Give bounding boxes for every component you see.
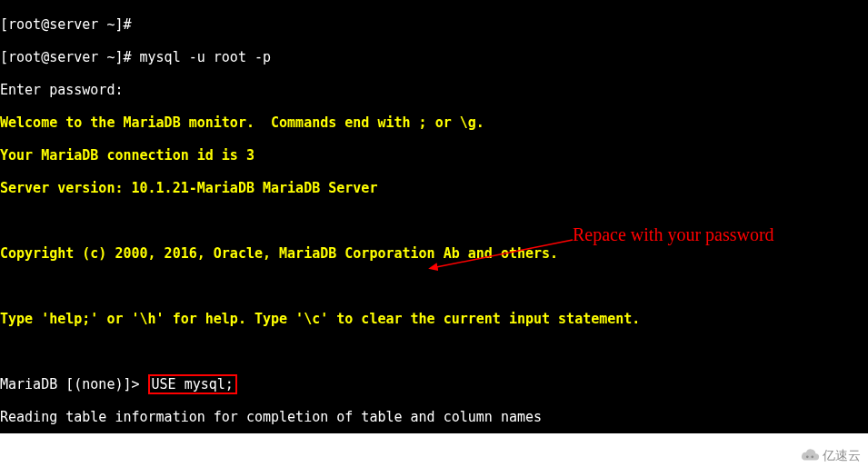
banner-copyright: Copyright (c) 2000, 2016, Oracle, MariaD… [0,245,558,262]
info-reading-tables-1: Reading table information for completion… [0,409,542,425]
highlight-use-mysql: USE mysql; [148,374,237,394]
watermark-text: 亿速云 [823,447,861,463]
banner-connection-id: Your MariaDB connection id is 3 [0,147,254,164]
terminal-window[interactable]: [root@server ~]# [root@server ~]# mysql … [0,0,868,433]
mariadb-prompt-none: MariaDB [(none)]> [0,376,148,392]
svg-point-2 [811,455,813,458]
banner-server-version: Server version: 10.1.21-MariaDB MariaDB … [0,180,377,196]
annotation-replace-password: Repace with your password [573,226,774,243]
watermark: 亿速云 [800,447,861,463]
watermark-strip [0,433,868,467]
shell-prompt: [root@server ~]# [0,16,132,33]
banner-welcome: Welcome to the MariaDB monitor. Commands… [0,114,484,131]
sql-use-mysql: USE mysql; [152,376,234,392]
password-prompt-label: Enter password: [0,82,123,98]
svg-point-1 [806,455,809,458]
cloud-icon [800,448,820,462]
command-mysql-login: mysql -u root -p [140,49,272,65]
banner-help: Type 'help;' or '\h' for help. Type '\c'… [0,311,640,327]
shell-prompt: [root@server ~]# [0,49,140,65]
